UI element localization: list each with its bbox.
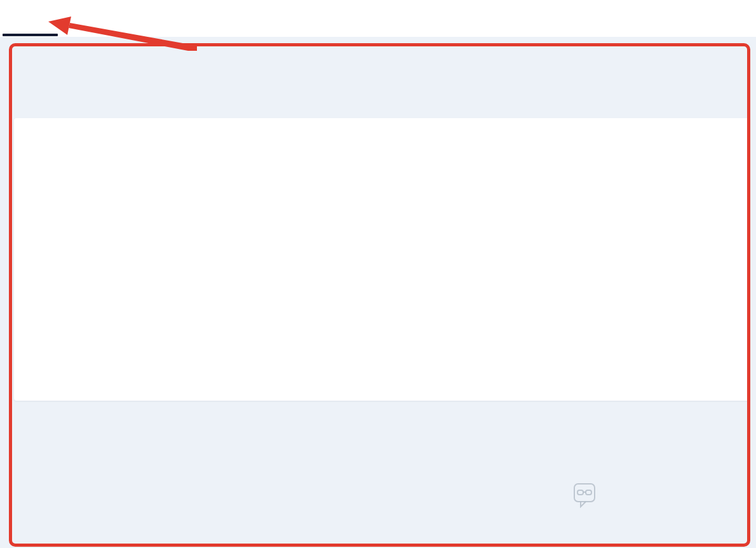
status-cards-row-2 xyxy=(14,488,750,544)
active-tab-underline xyxy=(3,34,58,36)
status-cards-row-1 xyxy=(14,418,750,474)
orders-line-chart xyxy=(14,118,750,401)
recent-orders-card xyxy=(14,118,750,401)
summary-cards-row xyxy=(14,51,750,103)
top-navigation xyxy=(0,0,756,37)
